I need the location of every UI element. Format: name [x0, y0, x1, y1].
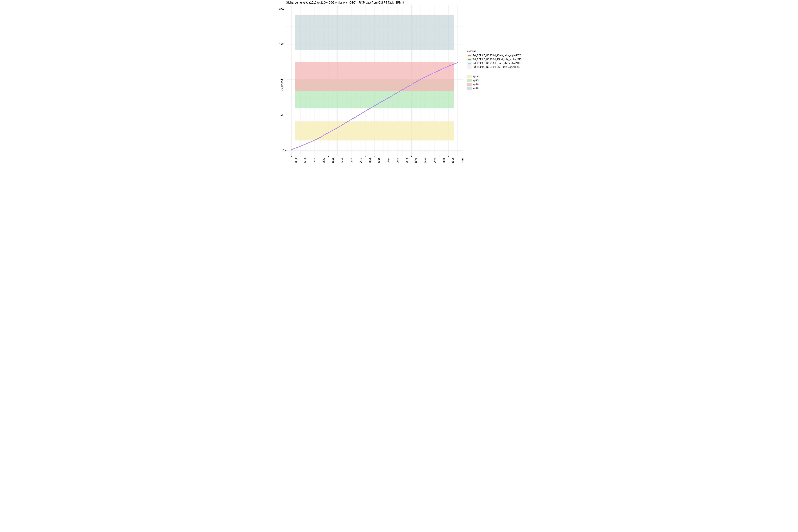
- legend-scenario-label: Ref_RCP8p5_NORESM_5trail_delta_applied20…: [473, 66, 520, 68]
- x-tick-label: 2095: [452, 158, 454, 163]
- x-tick-label: 2085: [433, 158, 436, 163]
- legend-fill-swatch: [467, 75, 472, 78]
- legend-scenario-item: Ref_RCP8p5_NORESM_5trail_delta_applied20…: [467, 65, 521, 69]
- legend-band-item: rcp4.5: [467, 78, 478, 82]
- x-tick-label: 2045: [360, 158, 362, 163]
- band-rcp8.5: [295, 15, 454, 50]
- legend-band-label: rcp6.0: [473, 83, 478, 86]
- x-tick-label: 2100: [461, 158, 463, 163]
- plot-area: [286, 5, 463, 156]
- legend-scenario-item: Ref_RCP8p5_NORESM_10surr_delta_applied20…: [467, 53, 521, 57]
- legend-scenario: scenario Ref_RCP8p5_NORESM_10surr_delta_…: [467, 50, 521, 69]
- y-axis-label: CO2 (GTC): [280, 79, 283, 91]
- x-tick-label: 2075: [415, 158, 417, 163]
- legend-fill-swatch: [467, 79, 472, 82]
- y-tick-label: 2000: [279, 7, 284, 10]
- legend-band-label: rcp8.5: [473, 87, 478, 89]
- legend-fill-swatch: [467, 83, 472, 86]
- x-tick-label: 2055: [378, 158, 381, 163]
- legend-band-label: rcp2.6: [473, 75, 478, 78]
- legend-band-label: rcp4.5: [473, 79, 478, 81]
- x-tick-label: 2060: [387, 158, 390, 163]
- legend-line-swatch: [467, 65, 472, 69]
- x-tick-label: 2025: [323, 158, 325, 163]
- legend-scenario-label: Ref_RCP8p5_NORESM_5surr_delta_applied201…: [473, 62, 520, 64]
- x-tick-label: 2065: [397, 158, 399, 163]
- x-tick-label: 2080: [424, 158, 427, 163]
- legend-scenario-title: scenario: [467, 50, 521, 52]
- legend-band-item: rcp2.6: [467, 75, 478, 78]
- x-tick-label: 2070: [406, 158, 408, 163]
- legend-line-swatch: [467, 58, 472, 61]
- legend-scenario-item: Ref_RCP8p5_NORESM_5surr_delta_applied201…: [467, 61, 521, 65]
- x-tick-label: 2020: [314, 158, 316, 163]
- band-rcp6.0: [295, 62, 454, 91]
- x-tick-label: 2015: [304, 158, 307, 163]
- band-rcp2.6: [295, 121, 454, 140]
- legend-scenario-label: Ref_RCP8p5_NORESM_10trail_delta_applied2…: [473, 58, 521, 60]
- x-tick-label: 2030: [332, 158, 334, 163]
- x-tick-label: 2040: [350, 158, 353, 163]
- legend-line-swatch: [467, 54, 472, 57]
- x-tick-label: 2090: [443, 158, 445, 163]
- legend-band-item: rcp8.5: [467, 86, 478, 90]
- legend-fill-swatch: [467, 87, 472, 90]
- legend-line-swatch: [467, 61, 472, 65]
- x-tick-label: 2035: [341, 158, 343, 163]
- x-tick-label: 2010: [295, 158, 298, 163]
- x-tick-label: 2050: [369, 158, 371, 163]
- legend-scenario-item: Ref_RCP8p5_NORESM_10trail_delta_applied2…: [467, 57, 521, 61]
- legend-bands: rcp2.6rcp4.5rcp6.0rcp8.5: [467, 75, 478, 90]
- y-tick-label: 0: [279, 149, 284, 152]
- legend-scenario-label: Ref_RCP8p5_NORESM_10surr_delta_applied20…: [473, 54, 521, 57]
- chart-title: Global cumulative (2010 to 2100) CO2 emi…: [286, 1, 404, 4]
- legend-band-item: rcp6.0: [467, 82, 478, 86]
- figure: Global cumulative (2010 to 2100) CO2 emi…: [275, 0, 523, 170]
- y-tick-label: 1000: [279, 78, 284, 81]
- y-tick-label: 1500: [279, 43, 284, 45]
- y-tick-label: 500: [279, 114, 284, 116]
